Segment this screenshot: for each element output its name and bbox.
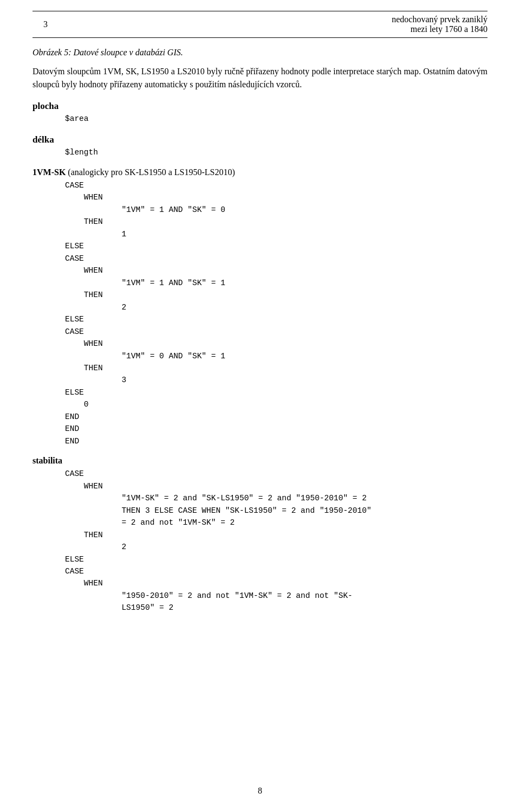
header-line1: nedochovaný prvek zaniklý [392,15,487,24]
section-stabilita: stabilita CASE WHEN "1VM-SK" = 2 and "SK… [32,456,487,614]
section-plocha-code: $area [65,113,487,125]
header-text: nedochovaný prvek zaniklý mezi lety 1760… [58,15,487,34]
section-1vm-sk: 1VM-SK (analogicky pro SK-LS1950 a LS195… [32,167,487,447]
header-line2: mezi lety 1760 a 1840 [411,24,487,34]
section-stabilita-code: CASE WHEN "1VM-SK" = 2 and "SK-LS1950" =… [65,468,487,614]
section-plocha: plocha $area [32,101,487,125]
header-page-number: 3 [32,20,58,29]
page: 3 nedochovaný prvek zaniklý mezi lety 17… [0,0,520,812]
page-header: 3 nedochovaný prvek zaniklý mezi lety 17… [32,11,487,38]
section-1vm-sk-subtitle: (analogicky pro SK-LS1950 a LS1950-LS201… [68,167,235,177]
intro-paragraph: Datovým sloupcům 1VM, SK, LS1950 a LS201… [32,65,487,91]
section-stabilita-header: stabilita [32,456,487,466]
footer-page-number: 8 [32,786,487,796]
section-1vm-sk-title: 1VM-SK [32,167,66,177]
figure-caption: Obrázek 5: Datové sloupce v databázi GIS… [32,48,487,57]
section-plocha-title: plocha [32,101,487,112]
section-1vm-sk-code: CASE WHEN "1VM" = 1 AND "SK" = 0 THEN 1 … [65,179,487,447]
section-stabilita-title: stabilita [32,456,62,465]
section-1vm-sk-header: 1VM-SK (analogicky pro SK-LS1950 a LS195… [32,167,487,177]
section-delka-code: $length [65,146,487,158]
section-delka-title: délka [32,134,487,145]
intro-text: Datovým sloupcům 1VM, SK, LS1950 a LS201… [32,67,487,89]
section-delka: délka $length [32,134,487,158]
